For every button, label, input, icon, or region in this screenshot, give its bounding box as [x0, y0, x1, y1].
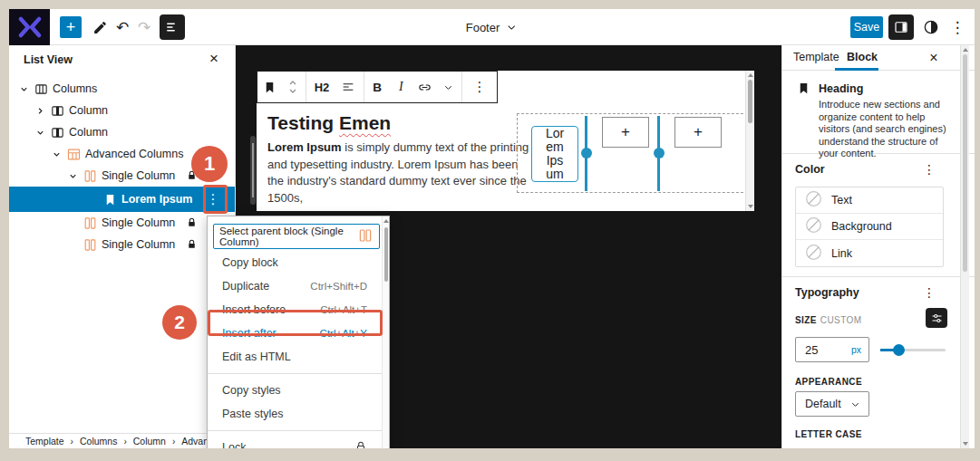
link-icon[interactable]	[414, 76, 436, 98]
list-item-label[interactable]: Lorem Ipsum	[121, 193, 193, 206]
color-row-link[interactable]: Link	[796, 240, 943, 266]
breadcrumb-item[interactable]: Column	[133, 436, 166, 447]
menu-item-select-parent[interactable]: Select parent block (Single Column)	[213, 224, 380, 249]
heading-block-icon[interactable]	[259, 76, 281, 98]
scrollbar-thumb[interactable]	[748, 80, 752, 123]
italic-button[interactable]: I	[390, 76, 412, 98]
letter-case-lowercase-button[interactable]: ab	[850, 446, 865, 448]
breadcrumb-item[interactable]: Template	[25, 436, 64, 447]
list-item-label[interactable]: Single Column	[102, 169, 175, 182]
color-options-kebab-icon[interactable]: ⋮	[920, 160, 938, 178]
list-item-label[interactable]: Single Column	[102, 216, 175, 229]
chevron-right-icon[interactable]	[33, 103, 47, 118]
close-icon[interactable]: ×	[924, 48, 944, 68]
scrollbar-thumb[interactable]	[384, 227, 388, 282]
list-item-label[interactable]: Columns	[53, 82, 97, 95]
breadcrumb-separator: ›	[71, 437, 73, 447]
size-settings-button[interactable]	[926, 308, 947, 328]
menu-scrollbar[interactable]	[382, 216, 389, 448]
styles-button[interactable]	[919, 15, 943, 39]
save-button[interactable]: Save	[850, 16, 883, 38]
scroll-down-icon[interactable]	[748, 205, 753, 208]
block-appender-button[interactable]: +	[674, 117, 722, 148]
appearance-select[interactable]: Default	[795, 391, 869, 417]
edit-mode-button[interactable]	[89, 16, 111, 38]
bold-button[interactable]: B	[366, 76, 388, 98]
block-mover-icon[interactable]	[282, 76, 304, 98]
chevron-down-icon[interactable]	[33, 125, 47, 139]
list-item-single-column-2[interactable]: Single Column	[9, 212, 235, 234]
typography-options-kebab-icon[interactable]: ⋮	[920, 283, 938, 302]
document-switcher[interactable]: Footer	[466, 9, 519, 45]
appearance-value: Default	[805, 398, 841, 410]
scroll-down-icon[interactable]	[963, 442, 968, 446]
list-item-column-1[interactable]: Column	[9, 100, 235, 121]
menu-item-label: Edit as HTML	[222, 351, 291, 363]
tab-template[interactable]: Template	[793, 51, 839, 63]
block-appender-button[interactable]: +	[602, 117, 649, 148]
styles-icon	[922, 18, 940, 36]
scrollbar-thumb[interactable]	[963, 54, 967, 272]
mini-heading-block[interactable]: Lor em Ips um	[531, 126, 578, 182]
font-size-field: px	[795, 337, 869, 362]
menu-item-edit-as-html[interactable]: Edit as HTML	[208, 345, 389, 369]
tab-block[interactable]: Block	[847, 51, 878, 63]
options-menu-button[interactable]: ⋮	[948, 15, 966, 39]
list-view-header: List View ×	[9, 45, 235, 74]
list-item-column-2[interactable]: Column	[9, 121, 235, 143]
list-item-label[interactable]: Advanced Columns	[85, 148, 183, 160]
column-resize-dot[interactable]	[581, 148, 592, 158]
column-icon	[49, 102, 65, 119]
color-row-text[interactable]: Text	[796, 187, 943, 214]
list-view-toggle-button[interactable]	[160, 14, 185, 40]
columns-icon	[33, 81, 49, 97]
content-heading[interactable]: Testing Emen	[267, 112, 391, 134]
font-size-slider[interactable]	[880, 349, 946, 351]
list-item-single-column-3[interactable]: Single Column	[9, 234, 235, 255]
close-icon[interactable]: ×	[204, 49, 224, 69]
single-column-icon	[82, 168, 98, 184]
list-item-label[interactable]: Column	[69, 126, 108, 139]
list-item-label[interactable]: Single Column	[102, 238, 175, 251]
canvas-scrollbar[interactable]	[745, 71, 754, 211]
list-item-lorem-ipsum-selected[interactable]: Lorem Ipsum ⋮	[9, 187, 235, 212]
menu-item-paste-styles[interactable]: Paste styles	[208, 402, 389, 426]
letter-case-capitalize-button[interactable]: Ab	[878, 446, 894, 448]
redo-button[interactable]: ↷	[134, 16, 154, 38]
scroll-up-icon[interactable]	[383, 219, 389, 223]
align-text-icon[interactable]	[337, 76, 359, 98]
site-logo[interactable]	[9, 9, 50, 45]
chevron-down-icon[interactable]	[49, 147, 63, 161]
chevron-down-icon[interactable]	[65, 168, 80, 183]
menu-item-lock[interactable]: Lock	[208, 436, 389, 448]
undo-button[interactable]: ↶	[112, 16, 132, 38]
block-editor: + ↶ ↷ Footer Save ⋮ List View ×	[9, 9, 975, 448]
canvas-drag-handle[interactable]	[250, 136, 256, 205]
menu-item-copy-styles[interactable]: Copy styles	[208, 379, 389, 402]
sidebar-scrollbar[interactable]	[960, 45, 969, 448]
block-options-kebab-icon[interactable]: ⋮	[469, 76, 490, 98]
letter-case-label: LETTER CASE	[795, 429, 862, 439]
block-inserter-button[interactable]: +	[60, 16, 82, 38]
heading-level-button[interactable]: H2	[311, 76, 333, 98]
list-item-columns[interactable]: Columns	[9, 78, 235, 100]
toolbar-block-section	[257, 72, 306, 102]
scroll-up-icon[interactable]	[963, 48, 968, 52]
chevron-down-icon[interactable]	[16, 82, 31, 96]
scroll-up-icon[interactable]	[748, 73, 753, 77]
settings-sidebar-toggle-button[interactable]	[888, 14, 914, 40]
menu-item-copy-block[interactable]: Copy block	[208, 251, 389, 274]
letter-case-none-button[interactable]: —	[795, 446, 808, 448]
letter-case-uppercase-button[interactable]: AB	[820, 446, 839, 448]
chevron-down-icon[interactable]	[438, 76, 460, 98]
content-paragraph[interactable]: Lorem Ipsum is simply dummy text of the …	[267, 139, 532, 206]
list-item-label[interactable]: Column	[69, 104, 108, 117]
column-resize-dot[interactable]	[654, 148, 665, 158]
breadcrumb-item[interactable]: Columns	[80, 436, 117, 447]
font-size-unit[interactable]: px	[851, 344, 868, 355]
color-row-background[interactable]: Background	[796, 214, 943, 240]
font-size-input[interactable]	[796, 343, 838, 357]
block-card-description: Introduce new sections and organize cont…	[819, 99, 947, 160]
menu-item-duplicate[interactable]: DuplicateCtrl+Shift+D	[208, 274, 389, 298]
slider-thumb[interactable]	[893, 344, 905, 356]
